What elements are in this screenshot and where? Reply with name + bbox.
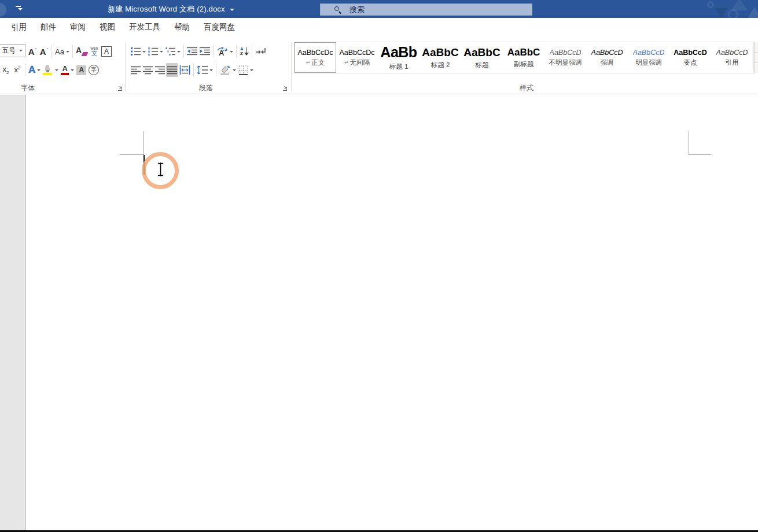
shrink-caret: ˇ [47,47,49,52]
search-input[interactable]: 搜索 [320,3,532,16]
style-tile-6[interactable]: AaBbCcD不明显强调 [544,42,586,73]
grow-font-icon: A [28,47,35,56]
enclose-characters-icon: 字 [89,65,99,75]
clear-formatting-icon: A [76,46,87,57]
font-size-dropdown-icon[interactable] [17,50,25,51]
style-tile-9[interactable]: AaBbCcD要点 [669,42,711,73]
justify-icon [167,66,177,75]
font-dialog-launcher[interactable] [116,85,123,92]
align-right-button[interactable] [154,63,166,77]
show-hide-marks-icon [255,47,267,56]
justify-button[interactable] [166,63,178,77]
enclose-characters-button[interactable]: 字 [87,63,100,77]
asian-layout-icon: A [216,47,228,57]
text-highlight-button[interactable] [42,63,60,77]
document-area[interactable] [0,95,758,530]
document-left-margin-strip [0,95,26,530]
style-tile-10[interactable]: AaBbCcD引用 [711,42,753,73]
style-tile-1[interactable]: AaBbCcDc↵无间隔 [336,42,378,73]
group-separator [291,42,292,91]
grow-font-button[interactable]: Aˆ [27,45,38,58]
font-size-combobox[interactable]: 五号 [0,44,25,57]
style-tile-4[interactable]: AaBbC标题 [461,42,503,73]
line-spacing-button[interactable] [196,63,214,77]
paragraph-dialog-launcher[interactable] [281,85,288,92]
multilevel-list-button[interactable] [164,45,182,58]
paragraph-mark-icon: ↵ [306,60,311,65]
sort-button[interactable]: A Z [238,45,250,58]
shrink-font-icon: A [40,47,46,56]
paragraph-mark-icon: ↵ [344,60,349,65]
style-name: 不明显强调 [549,58,582,67]
distribute-icon [179,65,190,75]
subscript-icon: x2 [3,65,9,75]
quick-access-button[interactable] [0,3,6,17]
style-preview: AaBbCcDc [339,49,374,57]
line-spacing-icon [197,65,208,75]
ribbon: 五号 Aˆ Aˇ Aa A wén 文 [0,36,758,94]
ribbon-tab-0[interactable]: 布局 [0,18,4,36]
svg-text:A: A [219,49,225,57]
show-hide-marks-button[interactable] [254,45,268,58]
style-preview: AaBbCcD [591,49,623,57]
superscript-button[interactable]: x2 [12,63,23,77]
character-shading-icon: A [76,65,86,75]
numbering-button[interactable] [147,45,164,58]
style-tile-7[interactable]: AaBbCcD强调 [586,42,628,73]
style-name: 引用 [726,58,739,67]
asian-layout-button[interactable]: A [215,45,234,58]
style-name: 强调 [601,58,614,67]
style-name: 标题 1 [389,62,409,71]
phonetic-guide-button[interactable]: wén 文 [89,45,100,58]
ribbon-tab-1[interactable]: 引用 [4,18,34,36]
ribbon-tab-7[interactable]: 百度网盘 [197,18,242,36]
title-bar: 新建 Microsoft Word 文档 (2).docx 搜索 [0,0,758,18]
ribbon-tab-row: 布局引用邮件审阅视图开发工具帮助百度网盘 [0,18,758,36]
decrease-indent-button[interactable] [186,45,198,58]
shrink-font-button[interactable]: Aˇ [38,45,50,58]
decrease-indent-icon [187,47,197,56]
ribbon-tab-2[interactable]: 邮件 [34,18,63,36]
ribbon-tab-5[interactable]: 开发工具 [122,18,167,36]
style-tile-5[interactable]: AaBbC副标题 [503,42,544,73]
group-separator [125,42,126,91]
style-preview: AaBbCcDc [297,49,333,57]
clear-formatting-button[interactable]: A [75,45,89,58]
style-tile-8[interactable]: AaBbCcD明显强调 [628,42,669,73]
word-window: 新建 Microsoft Word 文档 (2).docx 搜索 布局引用邮件审… [0,0,758,532]
shading-icon [219,65,231,75]
character-shading-button[interactable]: A [75,63,87,77]
borders-button[interactable] [237,63,255,77]
styles-group-label: 样式 [520,83,533,93]
style-preview: AaBbC [422,46,458,59]
grow-caret: ˆ [35,47,37,52]
character-border-button[interactable]: A [100,45,113,58]
increase-indent-button[interactable] [198,45,211,58]
style-tile-3[interactable]: AaBbC标题 2 [420,42,461,73]
font-size-value: 五号 [2,46,17,56]
margin-cropmark-left-vertical [143,131,144,155]
sort-icon: A Z [240,47,248,56]
align-center-icon [143,66,153,75]
shading-button[interactable] [218,63,237,77]
change-case-button[interactable]: Aa [54,45,71,58]
text-effects-button[interactable]: A [27,63,42,77]
ribbon-tab-4[interactable]: 视图 [93,18,122,36]
style-tile-2[interactable]: AaBb标题 1 [378,42,420,73]
align-left-button[interactable] [130,63,142,77]
styles-gallery-scrollbar[interactable] [754,42,758,73]
title-dropdown-caret-icon[interactable] [230,9,234,11]
style-tile-0[interactable]: AaBbCcDc↵正文 [295,42,336,73]
document-title: 新建 Microsoft Word 文档 (2).docx [108,0,234,18]
style-name: 明显强调 [635,58,662,67]
bullets-button[interactable] [130,45,147,58]
font-color-button[interactable]: A [60,63,75,77]
subscript-button[interactable]: x2 [0,63,12,77]
ribbon-tab-3[interactable]: 审阅 [63,18,93,36]
customize-qat-icon[interactable] [15,5,22,12]
qat-chevron-icon [18,8,23,10]
distribute-button[interactable] [178,63,192,77]
ribbon-tab-6[interactable]: 帮助 [167,18,197,36]
align-center-button[interactable] [142,63,154,77]
align-left-icon [131,66,141,75]
